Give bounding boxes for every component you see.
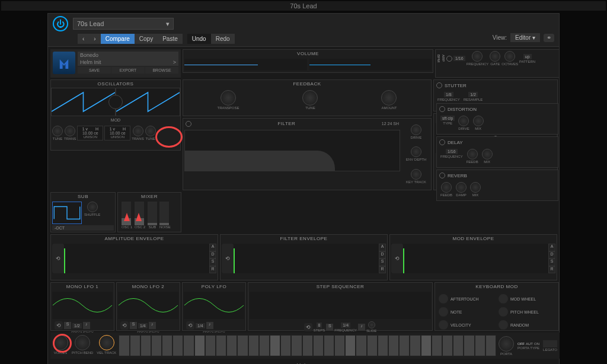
browse-button[interactable]: BROWSE [145,67,178,74]
arp-power[interactable] [446,56,452,62]
step-slide-knob[interactable] [368,321,375,328]
arp-rate[interactable]: 1/16 [453,56,465,61]
osc2-trans-knob[interactable] [133,126,143,136]
reverb-feedb-knob[interactable] [441,182,452,193]
delay-rate[interactable]: 1/16 [446,149,458,154]
poly-lfo-wave[interactable] [184,292,244,319]
osc2-tune-knob[interactable] [145,126,156,136]
lfo2-sync[interactable]: S [130,322,137,329]
legato-toggle[interactable] [543,340,557,347]
stutter-power[interactable] [436,82,442,88]
volume-slider[interactable] [184,59,307,71]
undo-button[interactable]: Undo [187,34,211,44]
filter-env-mod[interactable]: ⟲ [222,244,234,273]
filter-env-graph[interactable] [234,244,379,273]
redo-button[interactable]: Redo [211,34,235,44]
view-selector[interactable]: Editor ▾ [510,33,540,42]
mod-env-graph[interactable] [403,244,548,273]
osc1-trans-knob[interactable] [65,126,75,136]
keyboard[interactable] [119,335,496,356]
sub-wave[interactable] [52,202,82,224]
nav-next-button[interactable]: › [89,34,100,44]
lfo1-retrig[interactable]: ♪ [83,322,90,329]
porta-aut[interactable]: AUT [526,342,533,346]
compare-button[interactable]: Compare [101,34,135,44]
osc2-wave[interactable] [116,88,180,116]
amp-env-mod[interactable]: ⟲ [52,244,64,273]
voices-knob[interactable] [53,335,68,350]
poly-lfo-retrig[interactable]: ♪ [206,322,213,329]
dist-type[interactable]: sft clp [440,116,455,121]
note-mod[interactable] [439,307,448,317]
lfo2-rate[interactable]: 1/4 [138,323,148,328]
dist-mix-knob[interactable] [473,116,484,126]
step-mod[interactable]: ⟲ [304,323,312,331]
poly-lfo-mod[interactable]: ⟲ [186,321,194,330]
lfo2-wave[interactable] [118,292,178,319]
preset-nav[interactable]: > [173,59,176,65]
stutter-rate2[interactable]: 1/2 [468,92,478,97]
osc2-unison[interactable]: 1 vH 10.00 ce UNISON [104,126,130,141]
osc-mod-knob[interactable] [108,95,123,109]
paste-button[interactable]: Paste [158,34,183,44]
vel-track-knob[interactable] [99,335,114,350]
pitch-bend-knob[interactable] [75,335,90,350]
filter-drive-knob[interactable] [411,124,421,135]
delay-feedb-knob[interactable] [467,149,478,159]
delay-mix-knob[interactable] [482,149,493,159]
filter-power[interactable] [186,121,191,127]
filter-display[interactable] [184,130,400,171]
filter-key-knob[interactable] [411,169,421,180]
fb-tune-knob[interactable] [302,90,318,106]
step-retrig[interactable]: ♪ [358,324,365,331]
reverb-mix-knob[interactable] [470,182,481,193]
random-mod[interactable] [499,320,508,330]
lfo1-mod[interactable]: ⟲ [55,321,63,330]
osc1-wave[interactable] [51,88,116,116]
nav-prev-button[interactable]: ‹ [78,34,89,44]
porta-on[interactable]: ON [534,342,539,346]
arp-freq-knob[interactable] [472,51,483,62]
pitchwheel-mod[interactable] [499,307,508,317]
step-sync[interactable]: S [326,324,333,331]
step-rate[interactable]: 1/4 [341,323,350,328]
lfo1-sync[interactable]: S [64,322,71,329]
lfo1-rate[interactable]: 1/2 [72,323,82,328]
porta-knob[interactable] [499,336,514,352]
fb-transpose-knob[interactable] [221,90,236,106]
dist-drive-knob[interactable] [458,116,469,126]
poly-lfo-rate[interactable]: 1/4 [196,323,205,328]
fb-amount-knob[interactable] [381,90,397,106]
lfo2-retrig[interactable]: ♪ [149,322,156,329]
osc1-tune-knob[interactable] [52,126,63,136]
arp-oct-knob[interactable] [504,51,515,62]
porta-off[interactable]: OFF [517,342,525,346]
export-button[interactable]: EXPORT [111,67,145,74]
lfo1-wave[interactable] [52,292,113,319]
delay-power[interactable] [439,139,445,145]
arp-gate-knob[interactable] [490,51,500,62]
reverb-power[interactable] [439,173,445,178]
sub-shuffle-knob[interactable] [87,202,98,212]
save-button[interactable]: SAVE [78,67,111,74]
mod-env-mod[interactable]: ⟲ [391,244,403,273]
copy-button[interactable]: Copy [135,34,158,44]
power-button[interactable]: ⏻ [53,16,68,31]
arp-pattern[interactable]: up [523,54,532,59]
dist-power[interactable] [439,106,445,112]
aftertouch-mod[interactable] [439,294,448,304]
filter-modes[interactable]: 12 24 SH [382,122,399,126]
velocity-mod[interactable] [439,320,448,330]
link-icon[interactable]: ⚭ [544,34,554,42]
preset-selector[interactable]: 70s Lead ▾ [73,18,174,30]
filter-env-knob[interactable] [411,146,421,157]
step-count[interactable]: 8 [317,323,322,328]
reverb-damp-knob[interactable] [456,182,467,193]
lfo2-mod[interactable]: ⟲ [120,321,129,330]
amp-env-graph[interactable] [64,244,209,273]
stutter-rate1[interactable]: 1/8 [444,92,453,97]
sub-oct[interactable]: -OCT [52,225,114,231]
modwheel-mod[interactable] [499,294,508,304]
step-display[interactable] [250,292,431,319]
mixer-sub-slider[interactable] [148,202,157,225]
